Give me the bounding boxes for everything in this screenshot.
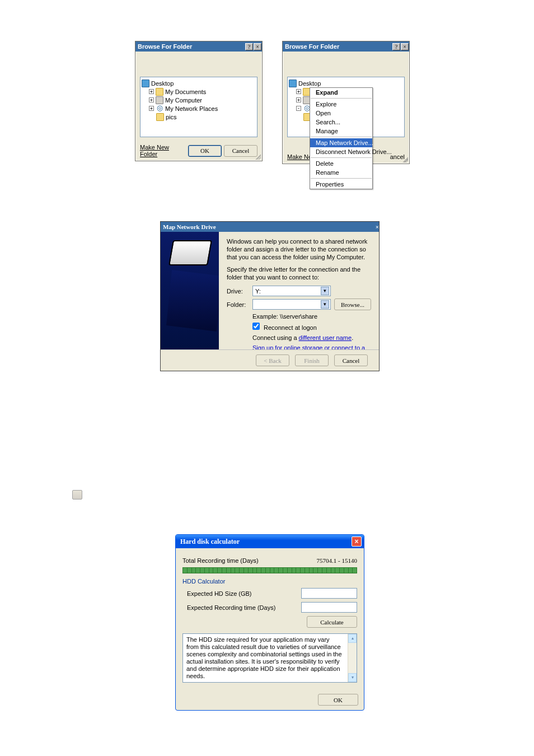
menu-item-open[interactable]: Open <box>310 109 372 118</box>
dialog-title: Hard disk calculator <box>180 535 240 548</box>
browse-for-folder-dialog-1: Browse For Folder ? × Desktop + My Docum… <box>135 41 263 161</box>
cancel-button[interactable]: Cancel <box>334 354 368 366</box>
make-new-folder-link[interactable]: Make New Folder <box>140 144 186 157</box>
expand-icon[interactable]: + <box>296 97 301 102</box>
desktop-icon <box>289 80 297 87</box>
menu-item-properties[interactable]: Properties <box>310 180 372 189</box>
disclaimer-text: The HDD size required for your applicati… <box>186 636 353 680</box>
expand-icon[interactable]: + <box>296 89 301 94</box>
menu-item-rename[interactable]: Rename <box>310 168 372 177</box>
menu-item-disconnect-network-drive[interactable]: Disconnect Network Drive... <box>310 147 372 156</box>
expected-hd-size-input[interactable] <box>301 588 357 599</box>
help-button[interactable]: ? <box>245 43 253 50</box>
folder-combobox[interactable]: ▾ <box>252 299 331 310</box>
resize-grip[interactable] <box>401 156 408 162</box>
close-button[interactable]: × <box>352 536 362 547</box>
ok-button[interactable]: OK <box>188 145 222 157</box>
tree-row-my-network-places[interactable]: + ◎ My Network Places <box>142 104 256 113</box>
expand-icon[interactable]: + <box>149 106 154 111</box>
cancel-button[interactable]: Cancel <box>224 145 257 157</box>
scroll-down-icon[interactable]: ▾ <box>348 673 357 682</box>
drive-label: Drive: <box>227 287 252 295</box>
wizard-graphic <box>161 232 219 351</box>
tree-label: Desktop <box>151 80 174 87</box>
drive-icon <box>168 240 212 265</box>
network-icon: ◎ <box>156 105 163 113</box>
calculate-button[interactable]: Calculate <box>307 616 357 628</box>
tree-label: pics <box>166 114 177 120</box>
desktop-icon <box>142 80 149 87</box>
folder-icon <box>156 88 163 96</box>
browse-for-folder-dialog-2: Browse For Folder ? × Desktop + My Docum… <box>282 41 410 164</box>
menu-item-manage[interactable]: Manage <box>310 127 372 136</box>
collapse-icon[interactable]: - <box>296 106 301 111</box>
different-user-link[interactable]: different user name <box>299 334 352 341</box>
folder-icon <box>156 113 164 121</box>
tree-row-my-documents[interactable]: + My Documents <box>142 87 256 96</box>
ok-button[interactable]: OK <box>318 694 358 706</box>
total-recording-time-label: Total Recording time (Days) <box>182 557 259 564</box>
intro-text-1: Windows can help you connect to a shared… <box>227 237 371 261</box>
browse-button[interactable]: Browse... <box>334 298 371 310</box>
tree-label: My Documents <box>165 88 206 95</box>
expected-recording-time-label: Expected Recording time (Days) <box>187 604 275 611</box>
folder-label: Folder: <box>227 301 252 309</box>
chevron-down-icon[interactable]: ▾ <box>321 287 329 295</box>
menu-item-map-network-drive[interactable]: Map Network Drive... <box>310 138 372 147</box>
disclaimer-textarea: The HDD size required for your applicati… <box>182 633 357 683</box>
menu-item-delete[interactable]: Delete <box>310 159 372 168</box>
tree-row-my-computer[interactable]: + My Computer <box>142 96 256 104</box>
map-network-drive-dialog: Map Network Drive × Windows can help you… <box>160 221 380 371</box>
menu-item-explore[interactable]: Explore <box>310 100 372 109</box>
scroll-up-icon[interactable]: ▴ <box>348 634 357 643</box>
close-button[interactable]: × <box>401 43 409 50</box>
close-button[interactable]: × <box>254 43 261 50</box>
expand-icon[interactable]: + <box>149 97 154 102</box>
hard-disk-calculator-dialog: Hard disk calculator × Total Recording t… <box>175 534 364 711</box>
chevron-down-icon[interactable]: ▾ <box>321 300 329 309</box>
drive-shadow-icon <box>166 270 219 332</box>
context-menu[interactable]: Expand Explore Open Search... Manage Map… <box>310 87 373 189</box>
help-button[interactable]: ? <box>392 43 400 50</box>
dialog-titlebar[interactable]: Map Network Drive × <box>161 222 379 232</box>
finish-button: Finish <box>295 354 329 366</box>
tree-row-desktop[interactable]: Desktop <box>289 79 403 87</box>
example-text: Example: \\server\share <box>252 312 371 320</box>
dialog-titlebar[interactable]: Hard disk calculator × <box>176 535 364 548</box>
intro-text-2: Specify the drive letter for the connect… <box>227 265 371 281</box>
drive-value: Y: <box>255 287 261 295</box>
folder-tree[interactable]: Desktop + My Documents + My Computer + ◎… <box>140 77 257 137</box>
dialog-title: Browse For Folder <box>285 43 339 50</box>
dialog-titlebar[interactable]: Browse For Folder ? × <box>283 41 409 52</box>
menu-item-expand[interactable]: Expand <box>310 88 372 97</box>
connect-using-post: . <box>352 334 353 341</box>
reconnect-label: Reconnect at logon <box>264 324 317 331</box>
scrollbar[interactable]: ▴ ▾ <box>348 634 357 682</box>
dialog-title: Map Network Drive <box>163 222 216 232</box>
tree-row-pics[interactable]: pics <box>142 113 256 121</box>
computer-icon <box>156 96 163 104</box>
tree-label: My Computer <box>165 97 202 104</box>
system-tray-icon[interactable] <box>72 490 82 500</box>
dialog-title: Browse For Folder <box>138 43 192 50</box>
tree-row-desktop[interactable]: Desktop <box>142 79 256 87</box>
expected-recording-time-input[interactable] <box>301 602 357 613</box>
menu-item-search[interactable]: Search... <box>310 118 372 127</box>
total-recording-time-value: 75704.1 - 15140 <box>317 557 357 564</box>
drive-combobox[interactable]: Y: ▾ <box>252 286 331 296</box>
tree-label: My Network Places <box>165 105 218 112</box>
hdd-calculator-section: HDD Calculator <box>182 578 357 585</box>
expected-hd-size-label: Expected HD Size (GB) <box>187 590 252 597</box>
close-button[interactable]: × <box>376 222 379 232</box>
progress-bar <box>182 567 357 573</box>
connect-using-pre: Connect using a <box>252 334 299 341</box>
dialog-titlebar[interactable]: Browse For Folder ? × <box>135 41 262 52</box>
expand-icon[interactable]: + <box>149 89 154 94</box>
back-button: < Back <box>256 354 289 366</box>
reconnect-checkbox[interactable] <box>252 323 260 330</box>
tree-label: Desktop <box>298 80 321 87</box>
resize-grip[interactable] <box>254 153 261 160</box>
